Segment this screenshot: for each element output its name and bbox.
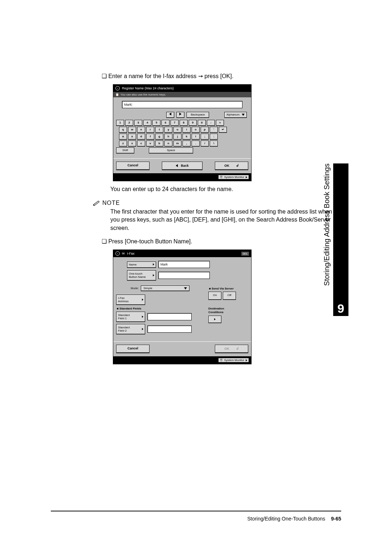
ok-button-disabled: OK ↲ — [215, 345, 248, 353]
std-field2-display — [147, 325, 192, 333]
key-=[interactable]: = — [216, 120, 224, 126]
key-t[interactable]: t — [155, 127, 163, 133]
system-monitor-button[interactable]: ☰System Monitor — [218, 358, 249, 362]
enter-icon: ↲ — [236, 345, 239, 352]
send-via-server-heading: ■ Send Via Server — [209, 287, 248, 290]
key-a[interactable]: a — [119, 134, 127, 139]
key-i[interactable]: i — [183, 127, 191, 133]
pencil-note-icon — [93, 200, 100, 206]
back-circle-icon: ‹ — [115, 86, 120, 90]
key-;[interactable]: ; — [201, 134, 209, 139]
key-f[interactable]: f — [146, 134, 154, 139]
triangle-right-icon — [246, 176, 247, 178]
screenshot-ifax: ‹ ✉ I-Fax 001 Name Mark One-touch Button… — [113, 250, 251, 364]
key-g[interactable]: g — [155, 134, 163, 139]
send-via-on-button[interactable]: On — [208, 292, 221, 300]
key-v[interactable]: v — [146, 141, 154, 146]
standard-fields-heading: ■ Standard Fields — [117, 307, 208, 310]
shot2-titlebar: ‹ ✉ I-Fax 001 — [113, 250, 251, 257]
enter-icon: ↲ — [236, 162, 239, 169]
key-y[interactable]: y — [164, 127, 172, 133]
caret-right-button[interactable] — [176, 112, 184, 118]
key-e[interactable]: e — [137, 127, 145, 133]
key-r[interactable]: r — [146, 127, 154, 133]
onscreen-keyboard: 1234567890-= qwertyuiop'↵ asdfghjkl;: zx… — [116, 120, 248, 153]
key-b[interactable]: b — [155, 141, 163, 146]
key-k[interactable]: k — [183, 134, 191, 139]
backspace-button[interactable]: Backspace — [187, 112, 209, 118]
chevron-right-icon — [142, 328, 143, 330]
name-display: Mark — [158, 261, 210, 268]
key-n[interactable]: n — [164, 141, 172, 146]
key-.[interactable]: . — [192, 141, 200, 146]
name-input[interactable]: Mark| — [122, 101, 242, 108]
key-0[interactable]: 0 — [198, 120, 206, 126]
cancel-button[interactable]: Cancel — [116, 345, 150, 353]
key-2[interactable]: 2 — [125, 120, 133, 126]
key-1[interactable]: 1 — [116, 120, 124, 126]
chapter-label: Storing/Editing Address Book Settings — [323, 163, 331, 286]
ok-button[interactable]: OK ↲ — [215, 162, 248, 170]
mode-dropdown[interactable]: Simple — [141, 285, 189, 291]
key--[interactable]: - — [207, 120, 215, 126]
key-w[interactable]: w — [128, 127, 136, 133]
key-:[interactable]: : — [210, 134, 218, 139]
shift-key[interactable]: Shift — [116, 147, 134, 153]
shot1-hint: 📋You can also use the numeric keys. — [113, 92, 251, 97]
instruction-press-onetouch: ❏ Press [One-touch Button Name]. — [102, 238, 341, 245]
mode-label: Mode: — [131, 287, 139, 290]
key-j[interactable]: j — [173, 134, 181, 139]
shot1-titlebar: ‹ Register Name (Max 24 characters) — [113, 85, 251, 92]
key-↵[interactable]: ↵ — [219, 127, 227, 133]
page-footer: Storing/Editing One-Touch Buttons9-65 — [51, 516, 341, 522]
key-m[interactable]: m — [173, 141, 181, 146]
name-button[interactable]: Name — [127, 262, 156, 268]
key-\[interactable]: \ — [210, 141, 218, 146]
chevron-right-icon — [153, 274, 154, 276]
back-button[interactable]: Back — [162, 162, 203, 170]
triangle-right-icon — [246, 359, 247, 361]
chevron-down-icon — [184, 287, 187, 289]
key-z[interactable]: z — [119, 141, 127, 146]
caret-left-button[interactable] — [166, 112, 174, 118]
std-field2-button[interactable]: Standard Field 2 — [116, 324, 145, 334]
cancel-button[interactable]: Cancel — [116, 162, 150, 170]
key-c[interactable]: c — [137, 141, 145, 146]
key-7[interactable]: 7 — [171, 120, 179, 126]
key-5[interactable]: 5 — [152, 120, 160, 126]
ifax-type-icon: ✉ — [122, 252, 125, 255]
space-key[interactable]: Space — [149, 147, 193, 153]
note-heading: NOTE — [93, 200, 341, 206]
key-/[interactable]: / — [201, 141, 209, 146]
slot-number: 001 — [241, 252, 249, 256]
key-8[interactable]: 8 — [180, 120, 188, 126]
key-6[interactable]: 6 — [162, 120, 170, 126]
key-'[interactable]: ' — [210, 127, 218, 133]
key-u[interactable]: u — [173, 127, 181, 133]
instruction-enter-name: ❏ Enter a name for the I-fax address ➞ p… — [102, 73, 341, 80]
send-via-off-button[interactable]: Off — [223, 292, 236, 300]
key-o[interactable]: o — [192, 127, 200, 133]
dest-cond-button[interactable] — [208, 316, 221, 323]
triangle-left-icon — [176, 164, 178, 167]
onetouch-name-button[interactable]: One-touch Button Name — [127, 270, 156, 280]
key-q[interactable]: q — [119, 127, 127, 133]
key-3[interactable]: 3 — [134, 120, 142, 126]
key-s[interactable]: s — [128, 134, 136, 139]
chevron-down-icon — [242, 114, 245, 116]
input-mode-dropdown[interactable]: Alphanum. — [224, 112, 247, 118]
chevron-right-icon — [142, 316, 143, 318]
ifax-address-button[interactable]: I-Fax Address — [116, 295, 145, 305]
key-h[interactable]: h — [164, 134, 172, 139]
key-4[interactable]: 4 — [143, 120, 151, 126]
key-p[interactable]: p — [201, 127, 209, 133]
system-monitor-button[interactable]: ☰System Monitor — [218, 175, 249, 179]
key-l[interactable]: l — [192, 134, 200, 139]
key-9[interactable]: 9 — [189, 120, 197, 126]
std-field1-display — [147, 313, 192, 320]
key-d[interactable]: d — [137, 134, 145, 139]
std-field1-button[interactable]: Standard Field 1 — [116, 312, 145, 322]
key-x[interactable]: x — [128, 141, 136, 146]
key-,[interactable]: , — [183, 141, 191, 146]
chapter-tab: 9 — [333, 163, 348, 316]
